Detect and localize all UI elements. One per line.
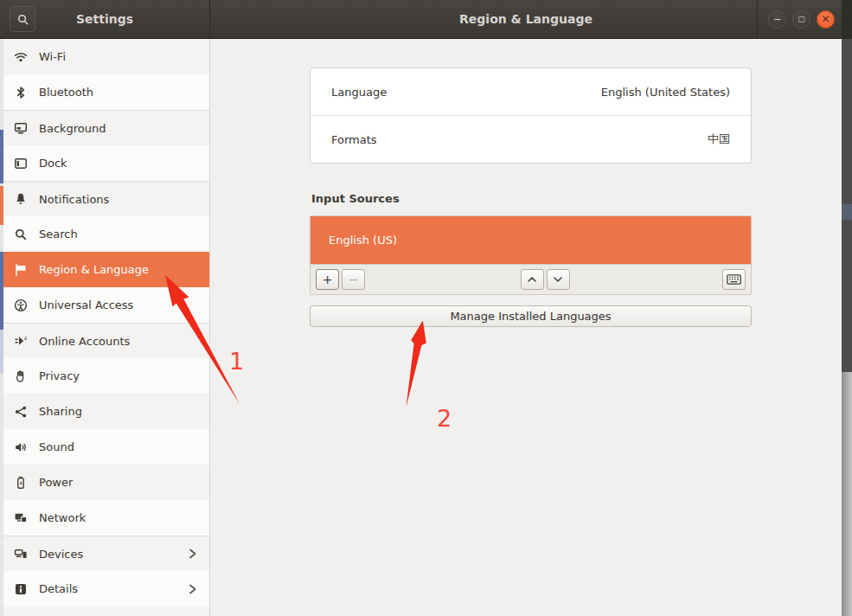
input-sources-list: English (US) + − xyxy=(310,215,752,295)
sidebar-item-label: Notifications xyxy=(39,193,197,206)
remove-input-source-button[interactable]: − xyxy=(342,269,365,290)
formats-value: 中国 xyxy=(708,132,730,147)
close-icon: ✕ xyxy=(821,14,830,24)
language-formats-group: Language English (United States) Formats… xyxy=(310,67,752,164)
page-title: Region & Language xyxy=(459,12,593,26)
sidebar-item-label: Privacy xyxy=(39,369,197,382)
window-controls: − ▢ ✕ xyxy=(757,0,835,39)
sidebar-item-label: Details xyxy=(39,582,188,595)
close-button[interactable]: ✕ xyxy=(817,10,835,29)
sidebar-item-label: Wi-Fi xyxy=(39,50,197,63)
devices-icon xyxy=(13,546,29,561)
move-down-button[interactable] xyxy=(547,269,570,290)
dock-icon xyxy=(13,156,29,171)
sidebar-item-label: Bluetooth xyxy=(39,86,197,99)
app-title: Settings xyxy=(76,12,133,26)
settings-window: Settings Region & Language − ▢ ✕ Wi-FiBl… xyxy=(0,0,842,616)
manage-installed-languages-button[interactable]: Manage Installed Languages xyxy=(310,305,752,327)
sidebar-item-bluetooth[interactable]: Bluetooth xyxy=(0,74,209,110)
titlebar-sidebar-section: Settings xyxy=(0,0,210,38)
online-accounts-icon: s xyxy=(13,333,29,349)
add-input-source-button[interactable]: + xyxy=(316,269,339,290)
language-row[interactable]: Language English (United States) xyxy=(311,68,751,115)
input-source-label: English (US) xyxy=(329,234,397,247)
chevron-up-icon xyxy=(527,276,537,283)
battery-icon xyxy=(13,475,29,491)
sidebar-item-sound[interactable]: Sound xyxy=(0,429,209,465)
maximize-icon: ▢ xyxy=(798,16,805,23)
reorder-buttons xyxy=(521,269,570,290)
sidebar: Wi-FiBluetoothBackgroundDockNotification… xyxy=(0,39,210,616)
sidebar-item-details[interactable]: Details xyxy=(0,571,209,606)
network-icon xyxy=(13,510,29,526)
sidebar-item-network[interactable]: Network xyxy=(0,500,209,536)
formats-row[interactable]: Formats 中国 xyxy=(311,115,751,163)
sidebar-item-online-accounts[interactable]: sOnline Accounts xyxy=(0,323,209,358)
formats-label: Formats xyxy=(331,133,377,146)
minus-icon: − xyxy=(349,273,359,286)
bell-icon xyxy=(13,191,29,207)
sidebar-item-notifications[interactable]: Notifications xyxy=(0,181,209,216)
plus-icon: + xyxy=(323,273,333,286)
sidebar-item-label: Power xyxy=(39,476,197,489)
sidebar-item-wifi[interactable]: Wi-Fi xyxy=(0,39,209,74)
region-language-panel: Language English (United States) Formats… xyxy=(211,39,831,616)
sidebar-item-label: Region & Language xyxy=(39,263,197,276)
minimize-button[interactable]: − xyxy=(768,10,786,29)
keyboard-icon xyxy=(727,274,741,285)
flag-icon xyxy=(13,262,29,278)
search-icon xyxy=(16,13,29,26)
keyboard-layout-button[interactable] xyxy=(722,269,746,290)
share-icon xyxy=(13,404,29,420)
sidebar-item-label: Online Accounts xyxy=(39,335,197,348)
sidebar-item-label: Sound xyxy=(39,440,197,453)
manage-installed-languages-label: Manage Installed Languages xyxy=(450,310,611,323)
sidebar-item-label: Network xyxy=(39,511,197,524)
svg-text:s: s xyxy=(24,335,28,342)
sidebar-item-region-language[interactable]: Region & Language xyxy=(0,252,209,287)
search-button[interactable] xyxy=(10,6,35,32)
language-value: English (United States) xyxy=(601,86,730,99)
input-source-row-english-us[interactable]: English (US) xyxy=(311,216,751,264)
sidebar-item-dock[interactable]: Dock xyxy=(0,145,209,181)
background-icon xyxy=(13,120,29,136)
sidebar-item-background[interactable]: Background xyxy=(0,110,209,145)
search-icon xyxy=(13,227,29,242)
sidebar-item-label: Background xyxy=(39,122,197,135)
sidebar-item-label: Devices xyxy=(39,548,188,561)
input-sources-toolbar: + − xyxy=(311,264,751,294)
sidebar-item-sharing[interactable]: Sharing xyxy=(0,394,209,429)
titlebar: Settings Region & Language − ▢ ✕ xyxy=(0,0,842,39)
move-up-button[interactable] xyxy=(521,269,544,290)
sidebar-item-label: Search xyxy=(39,228,197,241)
input-sources-heading: Input Sources xyxy=(311,192,400,205)
minimize-icon: − xyxy=(772,14,781,24)
wifi-icon xyxy=(13,49,29,65)
sidebar-item-power[interactable]: Power xyxy=(0,465,209,500)
chevron-right-icon xyxy=(188,549,197,559)
chevron-right-icon xyxy=(188,584,197,594)
sidebar-item-search[interactable]: Search xyxy=(0,216,209,252)
info-icon xyxy=(13,581,29,597)
maximize-button[interactable]: ▢ xyxy=(792,10,810,29)
chevron-down-icon xyxy=(553,276,563,283)
sidebar-item-devices[interactable]: Devices xyxy=(0,536,209,571)
background-window-sliver-right xyxy=(842,0,852,616)
sidebar-item-label: Universal Access xyxy=(39,298,197,311)
sidebar-item-privacy[interactable]: Privacy xyxy=(0,358,209,394)
sidebar-item-label: Dock xyxy=(39,157,197,170)
speaker-icon xyxy=(13,440,29,455)
language-label: Language xyxy=(331,86,387,99)
background-window-sliver-left xyxy=(0,39,3,616)
universal-access-icon xyxy=(13,298,29,313)
hand-icon xyxy=(13,369,29,384)
sidebar-item-universal-access[interactable]: Universal Access xyxy=(0,287,209,323)
sidebar-list: Wi-FiBluetoothBackgroundDockNotification… xyxy=(0,39,209,606)
titlebar-main-section: Region & Language − ▢ ✕ xyxy=(210,0,842,38)
bluetooth-icon xyxy=(13,85,29,100)
sidebar-item-label: Sharing xyxy=(39,405,197,418)
